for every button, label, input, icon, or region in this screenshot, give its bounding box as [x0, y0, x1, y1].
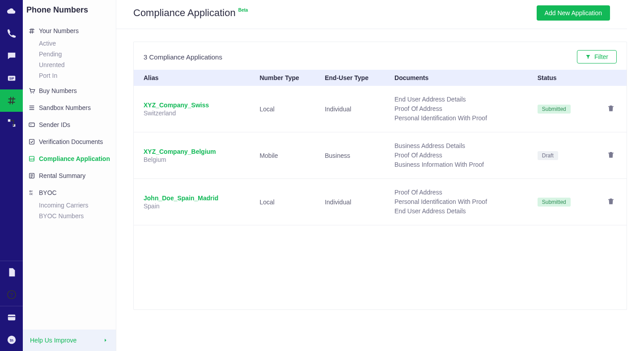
icon-rail: SIP ?tn: [0, 0, 23, 351]
document-line: Business Address Details: [394, 141, 518, 151]
alias-link[interactable]: XYZ_Company_Belgium: [144, 148, 240, 155]
byoc-icon: BYOC: [28, 189, 35, 196]
col-number-type: Number Type: [250, 70, 315, 86]
sidebar-item-sandbox-numbers[interactable]: Sandbox Numbers: [26, 101, 116, 115]
col-status: Status: [528, 70, 595, 86]
col-end-user-type: End-User Type: [315, 70, 385, 86]
network-rail-item[interactable]: [0, 112, 23, 134]
compliance-icon: 123: [28, 155, 35, 162]
sidebar-subitem-incoming-carriers[interactable]: Incoming Carriers: [26, 200, 116, 211]
network-icon: [7, 118, 17, 128]
sidebar-item-label: BYOC: [39, 189, 57, 196]
sidebar-subitem-port-in[interactable]: Port In: [26, 70, 116, 81]
docs-icon: [7, 267, 17, 277]
applications-card: 3 Compliance Applications Filter Alias N…: [133, 42, 627, 310]
hash-small-icon: [28, 27, 35, 34]
svg-text:tn: tn: [10, 338, 13, 343]
sidebar-item-byoc[interactable]: BYOCBYOC: [26, 186, 116, 200]
svg-rect-6: [8, 315, 15, 321]
cloud-icon: [7, 6, 17, 16]
cell-documents: Proof Of AddressPersonal Identification …: [385, 179, 528, 225]
page-header: Compliance Application Beta Add New Appl…: [116, 0, 627, 29]
sidebar-subitem-unrented[interactable]: Unrented: [26, 59, 116, 70]
sidebar-item-compliance-application[interactable]: 123Compliance Application: [26, 152, 116, 166]
document-line: End User Address Details: [394, 95, 518, 104]
sidebar-item-buy-numbers[interactable]: Buy Numbers: [26, 84, 116, 98]
sip-icon: SIP: [7, 73, 17, 83]
help-us-improve[interactable]: Help Us Improve: [23, 330, 116, 351]
sidebar-item-sender-ids[interactable]: Sender IDs: [26, 118, 116, 132]
hash-icon: [7, 96, 17, 106]
col-alias: Alias: [134, 70, 250, 86]
sidebar-item-label: Your Numbers: [39, 27, 79, 34]
filter-button[interactable]: Filter: [577, 50, 617, 63]
svg-rect-2: [8, 119, 10, 122]
svg-text:OC: OC: [30, 193, 33, 195]
svg-text:123: 123: [30, 158, 34, 161]
sidebar-subitem-pending[interactable]: Pending: [26, 49, 116, 59]
document-line: End User Address Details: [394, 207, 518, 216]
table-header-row: Alias Number Type End-User Type Document…: [134, 70, 627, 86]
delete-button[interactable]: [605, 195, 617, 209]
add-new-application-button[interactable]: Add New Application: [537, 5, 610, 21]
sidebar-item-label: Sandbox Numbers: [39, 104, 91, 111]
trash-icon: [607, 197, 615, 206]
svg-rect-7: [8, 316, 15, 317]
sidebar: Phone Numbers Your NumbersActivePendingU…: [23, 0, 116, 351]
document-line: Business Information With Proof: [394, 160, 518, 169]
col-documents: Documents: [385, 70, 528, 86]
main-content: Compliance Application Beta Add New Appl…: [116, 0, 644, 351]
alias-country: Spain: [144, 203, 240, 210]
sidebar-item-label: Compliance Application: [39, 155, 110, 162]
sidebar-subitem-active[interactable]: Active: [26, 38, 116, 49]
id-icon: [28, 121, 35, 128]
cell-number-type: Mobile: [250, 132, 315, 179]
sidebar-item-rental-summary[interactable]: Rental Summary: [26, 169, 116, 183]
sidebar-item-verification-documents[interactable]: Verification Documents: [26, 135, 116, 149]
svg-rect-12: [29, 123, 34, 127]
chevron-right-icon: [102, 337, 109, 343]
verify-icon: [28, 138, 35, 145]
sidebar-item-label: Buy Numbers: [39, 87, 77, 94]
cell-documents: End User Address DetailsProof Of Address…: [385, 86, 528, 132]
delete-button[interactable]: [605, 148, 617, 162]
cell-status: Submitted: [528, 86, 595, 132]
phone-rail-item[interactable]: [0, 22, 23, 45]
tn-icon: tn: [7, 335, 17, 345]
alias-link[interactable]: XYZ_Company_Swiss: [144, 101, 240, 109]
tn-rail-item[interactable]: tn: [0, 329, 23, 351]
sidebar-title: Phone Numbers: [23, 0, 116, 21]
card-header: 3 Compliance Applications Filter: [134, 42, 627, 70]
svg-text:BY: BY: [30, 190, 33, 193]
table-row: John_Doe_Spain_MadridSpainLocalIndividua…: [134, 179, 627, 225]
cell-status: Draft: [528, 132, 595, 179]
sidebar-item-label: Verification Documents: [39, 138, 103, 145]
cell-end-user-type: Individual: [315, 86, 385, 132]
sidebar-subitem-byoc-numbers[interactable]: BYOC Numbers: [26, 211, 116, 221]
svg-rect-14: [30, 140, 34, 144]
cell-documents: Business Address DetailsProof Of Address…: [385, 132, 528, 179]
cloud-rail-item[interactable]: [0, 0, 23, 22]
alias-link[interactable]: John_Doe_Spain_Madrid: [144, 195, 240, 202]
cell-status: Submitted: [528, 179, 595, 225]
cell-end-user-type: Individual: [315, 179, 385, 225]
sidebar-item-your-numbers[interactable]: Your Numbers: [26, 24, 116, 38]
hash-rail-item[interactable]: [0, 89, 23, 112]
svg-point-13: [30, 124, 32, 126]
sip-rail-item[interactable]: SIP: [0, 67, 23, 89]
icon-rail-bottom: ?tn: [0, 261, 23, 351]
cell-number-type: Local: [250, 86, 315, 132]
delete-button[interactable]: [605, 102, 617, 116]
message-rail-item[interactable]: [0, 45, 23, 67]
trash-icon: [607, 104, 615, 113]
help-circle-rail-item[interactable]: ?: [0, 283, 23, 306]
docs-rail-item[interactable]: [0, 261, 23, 283]
help-label: Help Us Improve: [30, 337, 76, 344]
application-count: 3 Compliance Applications: [144, 53, 222, 61]
document-line: Proof Of Address: [394, 151, 518, 160]
table-row: XYZ_Company_SwissSwitzerlandLocalIndivid…: [134, 86, 627, 132]
billing-rail-item[interactable]: [0, 306, 23, 329]
document-line: Personal Identification With Proof: [394, 114, 518, 123]
filter-icon: [585, 54, 591, 59]
status-badge: Draft: [538, 151, 558, 160]
